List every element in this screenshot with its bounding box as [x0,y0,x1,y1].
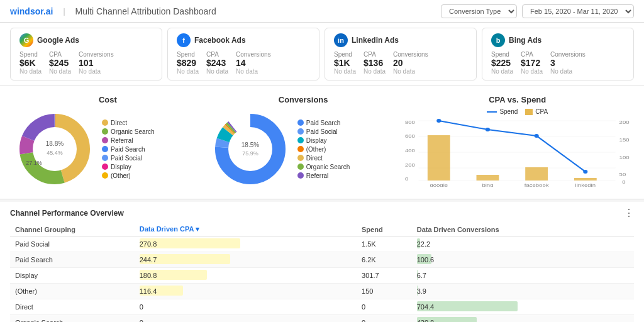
conv-legend-item: Direct [297,155,350,162]
cell-spend: 150 [357,284,412,299]
table-row: Organic Search 0 0 420.8 [10,315,634,323]
svg-point-17 [228,127,272,171]
legend-dot [102,172,108,179]
cell-channel: (Other) [10,284,135,299]
conversion-type-select[interactable]: Conversion Type [441,4,517,18]
svg-point-42 [583,170,587,174]
metric-conv-linkedin-ads: Conversions 20 No data [393,51,428,75]
table-options-icon[interactable]: ⋮ [624,207,634,219]
metric-cpa-linkedin-ads: CPA $136 No data [364,51,386,75]
legend-dot [102,155,108,161]
cell-cpa: 270.8 [135,236,357,252]
cell-cpa: 0 [135,299,357,315]
cost-donut-container: 18.8% 45.4% 27.1% DirectOrganic SearchRe… [14,108,202,190]
metric-cpa-facebook-ads: CPA $243 No data [206,51,228,75]
cost-donut: 18.8% 45.4% 27.1% [14,108,96,190]
legend-label: Paid Search [111,146,145,153]
page-title: Multi Channel Attribution Dashboard [75,6,216,16]
conv-legend-item: Referral [297,172,350,179]
svg-rect-35 [427,135,450,180]
header-controls: Conversion Type Feb 15, 2020 - Mar 11, 2… [441,4,634,18]
legend-label: Display [111,164,131,170]
legend-label: (Other) [306,146,326,153]
charts-row: Cost 18.8% 45.4% 27.1% Direc [0,86,644,199]
date-range-select[interactable]: Feb 15, 2020 - Mar 11, 2020 [522,4,634,18]
svg-rect-37 [525,167,548,180]
svg-rect-38 [574,178,596,180]
col-cpa[interactable]: Data Driven CPA ▾ [135,223,357,236]
table-row: Paid Social 270.8 1.5K 22.2 [10,236,634,252]
cell-spend: 0 [357,299,412,315]
cell-channel: Display [10,268,135,284]
ad-card-linkedin-ads: in Linkedin Ads Spend $1K No data CPA $1… [325,28,477,80]
legend-dot [102,128,108,135]
cpa-legend: Spend CPA [405,108,631,115]
cost-legend-item: Organic Search [102,128,154,135]
conv-legend-item: Paid Social [297,128,350,135]
conv-legend-item: Organic Search [297,164,350,170]
table-row: Direct 0 0 704.4 [10,299,634,315]
ad-title-linkedin-ads: Linkedin Ads [352,36,399,45]
ad-card-google-ads: G Google Ads Spend $6K No data CPA $245 … [10,28,162,80]
channel-performance-table: Channel Grouping Data Driven CPA ▾ Spend… [10,223,634,322]
legend-label: Direct [306,155,323,162]
metric-cpa-google-ads: CPA $245 No data [49,51,71,75]
legend-dot [297,155,304,161]
svg-text:google: google [430,182,448,187]
cell-cpa: 0 [135,315,357,323]
conversions-legend: Paid SearchPaid SocialDisplay(Other)Dire… [297,119,350,179]
col-conversions[interactable]: Data Driven Conversions [412,223,634,236]
ad-cards-row: G Google Ads Spend $6K No data CPA $245 … [0,23,644,86]
legend-dot [102,164,108,170]
conversions-donut: 18.5% 75.9% [209,108,291,190]
svg-text:150: 150 [619,137,629,143]
cpa-chart-title: CPA vs. Spend [405,95,631,104]
ad-icon-bing-ads: b [491,33,505,47]
legend-dot [297,137,304,143]
legend-label: Paid Social [111,155,142,162]
cell-cpa: 244.7 [135,252,357,268]
ad-card-facebook-ads: f Facebook Ads Spend $829 No data CPA $2… [167,28,319,80]
cost-legend-item: Referral [102,137,154,144]
cell-channel: Paid Search [10,252,135,268]
cost-legend: DirectOrganic SearchReferralPaid SearchP… [102,119,154,179]
metric-conv-google-ads: Conversions 101 No data [79,51,114,75]
cost-legend-item: (Other) [102,172,154,179]
svg-rect-36 [476,175,499,180]
svg-text:600: 600 [405,133,415,139]
col-channel[interactable]: Channel Grouping [10,223,135,236]
svg-text:45.4%: 45.4% [47,150,63,156]
svg-text:100: 100 [619,155,629,160]
cost-legend-item: Paid Social [102,155,154,162]
svg-text:50: 50 [619,172,626,177]
table-header: Channel Grouping Data Driven CPA ▾ Spend… [10,223,634,236]
cell-spend: 1.5K [357,236,412,252]
svg-text:18.8%: 18.8% [46,140,64,147]
legend-label: Referral [306,172,329,179]
table-row: (Other) 116.4 150 3.9 [10,284,634,299]
legend-dot [297,164,304,170]
ad-title-facebook-ads: Facebook Ads [194,36,246,45]
legend-label: Organic Search [306,164,350,170]
cell-conversions: 6.7 [412,268,634,284]
logo: windsor.ai [10,6,53,16]
spend-line-icon [487,111,497,113]
svg-point-40 [485,128,489,131]
col-spend[interactable]: Spend [357,223,412,236]
cell-conversions: 100.6 [412,252,634,268]
ad-card-bing-ads: b Bing Ads Spend $225 No data CPA $172 N… [482,28,634,80]
cell-spend: 6.2K [357,252,412,268]
metric-spend-facebook-ads: Spend $829 No data [177,51,199,75]
legend-label: Paid Social [306,128,338,135]
cpa-legend-item: CPA [525,108,548,115]
legend-dot [102,119,108,126]
table-header-row: Channel Performance Overview ⋮ [10,207,634,219]
legend-label: Display [306,137,327,144]
table-row: Paid Search 244.7 6.2K 100.6 [10,252,634,268]
legend-label: Paid Search [306,119,340,126]
header: windsor.ai | Multi Channel Attribution D… [0,0,644,23]
legend-dot [102,146,108,152]
svg-point-39 [436,119,441,123]
cell-cpa: 180.8 [135,268,357,284]
cost-chart-panel: Cost 18.8% 45.4% 27.1% Direc [10,91,206,194]
